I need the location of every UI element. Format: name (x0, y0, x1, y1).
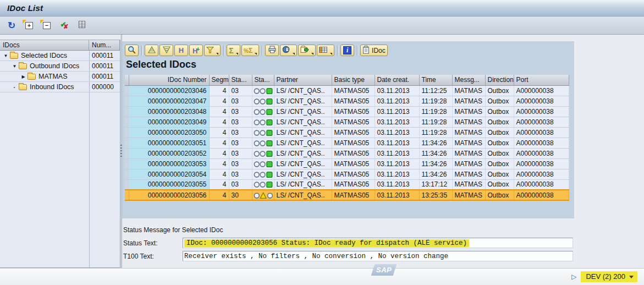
cell-basic-type[interactable]: MATMAS05 (332, 117, 375, 127)
cell-time[interactable]: 13:25:35 (419, 190, 452, 200)
cell-status-light[interactable] (252, 169, 274, 179)
dropdown-arrow-icon[interactable] (236, 53, 238, 55)
subtotals-button[interactable]: %Σ (241, 45, 259, 56)
cell-status-light[interactable] (252, 127, 274, 138)
column-header-sta[interactable]: Sta... (252, 75, 274, 85)
idoc-row[interactable]: 0000000000203052403LS/ /CNT_QAS..MATMAS0… (125, 148, 569, 158)
cell-basic-type[interactable]: MATMAS05 (332, 158, 375, 169)
cell-port[interactable]: A000000038 (514, 190, 569, 200)
cell-status[interactable]: 03 (229, 85, 252, 96)
cell-time[interactable]: 11:34:26 (419, 138, 452, 148)
cell-basic-type[interactable]: MATMAS05 (332, 127, 375, 138)
cell-port[interactable]: A000000038 (514, 117, 569, 127)
table-view-button[interactable] (75, 19, 89, 32)
cell-port[interactable]: A000000038 (514, 96, 569, 106)
cell-direction[interactable]: Outbox (485, 106, 514, 117)
cell-segments[interactable]: 4 (209, 148, 229, 158)
cell-basic-type[interactable]: MATMAS05 (332, 138, 375, 148)
t100-text-field[interactable]: Receiver exists , No filters , No conver… (183, 251, 573, 261)
cell-status[interactable]: 30 (229, 190, 252, 200)
cell-idoc-number[interactable]: 0000000000203053 (129, 158, 209, 169)
cell-status[interactable]: 03 (229, 96, 252, 106)
cell-basic-type[interactable]: MATMAS05 (332, 106, 375, 117)
cell-message-type[interactable]: MATMAS (452, 96, 485, 106)
dropdown-arrow-icon[interactable] (255, 53, 257, 55)
cell-idoc-number[interactable]: 0000000000203052 (129, 148, 209, 158)
column-header-messg[interactable]: Messg... (452, 75, 485, 85)
find-next-button[interactable]: H+ (189, 45, 203, 56)
cell-partner[interactable]: LS/ /CNT_QAS.. (274, 138, 332, 148)
row-selector-cell[interactable] (125, 169, 129, 179)
column-header-segm[interactable]: Segm... (209, 75, 229, 85)
cell-basic-type[interactable]: MATMAS05 (332, 190, 375, 200)
cell-port[interactable]: A000000038 (514, 148, 569, 158)
cell-date-created[interactable]: 03.11.2013 (375, 158, 419, 169)
cell-idoc-number[interactable]: 0000000000203049 (129, 117, 209, 127)
cell-message-type[interactable]: MATMAS (452, 106, 485, 117)
cell-message-type[interactable]: MATMAS (452, 169, 485, 179)
refresh-button[interactable]: ↻ (5, 19, 18, 32)
cell-segments[interactable]: 4 (209, 117, 229, 127)
cell-segments[interactable]: 4 (209, 138, 229, 148)
cell-port[interactable]: A000000038 (514, 158, 569, 169)
row-selector-cell[interactable] (125, 127, 129, 138)
cell-status[interactable]: 03 (229, 127, 252, 138)
row-selector-cell[interactable] (125, 85, 129, 96)
tree-column-number[interactable]: Num... (89, 40, 120, 51)
column-header-basic-type[interactable]: Basic type (332, 75, 375, 85)
collapse-all-button[interactable]: − (40, 19, 53, 32)
idoc-row[interactable]: 0000000000203053403LS/ /CNT_QAS..MATMAS0… (125, 158, 569, 169)
cell-segments[interactable]: 4 (209, 190, 229, 200)
idoc-row[interactable]: 0000000000203049403LS/ /CNT_QAS..MATMAS0… (125, 117, 569, 127)
cell-status-light[interactable] (252, 85, 274, 96)
find-button[interactable]: H (174, 45, 188, 56)
idoc-row[interactable]: 0000000000203050403LS/ /CNT_QAS..MATMAS0… (125, 127, 569, 138)
cell-message-type[interactable]: MATMAS (452, 190, 485, 200)
cell-status[interactable]: 03 (229, 106, 252, 117)
cell-segments[interactable]: 4 (209, 106, 229, 117)
cell-time[interactable]: 11:34:26 (419, 158, 452, 169)
cell-segments[interactable]: 4 (209, 85, 229, 96)
cell-basic-type[interactable]: MATMAS05 (332, 148, 375, 158)
cell-date-created[interactable]: 03.11.2013 (375, 96, 419, 106)
cell-basic-type[interactable]: MATMAS05 (332, 169, 375, 179)
panel-splitter[interactable] (120, 35, 122, 268)
cell-status-light[interactable] (252, 190, 274, 200)
column-header-partner[interactable]: Partner (274, 75, 332, 85)
cell-idoc-number[interactable]: 0000000000203056 (129, 190, 209, 200)
cell-basic-type[interactable]: MATMAS05 (332, 85, 375, 96)
export-button[interactable] (298, 45, 316, 56)
cell-port[interactable]: A000000038 (514, 169, 569, 179)
cell-time[interactable]: 11:34:26 (419, 169, 452, 179)
cell-status[interactable]: 03 (229, 169, 252, 179)
collapsed-arrow-icon[interactable]: ▶ (20, 74, 27, 79)
cell-idoc-number[interactable]: 0000000000203050 (129, 127, 209, 138)
dropdown-arrow-icon[interactable] (330, 53, 332, 55)
cell-status-light[interactable] (252, 106, 274, 117)
status-text-field[interactable]: IDoc: 0000000000203056 Status: IDoc read… (183, 238, 573, 248)
set-filter-button[interactable] (204, 45, 221, 56)
tree-column-idocs[interactable]: IDocs (0, 40, 89, 51)
cell-partner[interactable]: LS/ /CNT_QAS.. (274, 117, 332, 127)
status-legend-button[interactable]: ✔✘ (58, 19, 71, 32)
cell-time[interactable]: 11:19:28 (419, 96, 452, 106)
cell-message-type[interactable]: MATMAS (452, 179, 485, 190)
choose-layout-button[interactable] (317, 45, 334, 56)
cell-status[interactable]: 03 (229, 117, 252, 127)
cell-idoc-number[interactable]: 0000000000203051 (129, 138, 209, 148)
cell-message-type[interactable]: MATMAS (452, 85, 485, 96)
cell-date-created[interactable]: 03.11.2013 (375, 85, 419, 96)
cell-date-created[interactable]: 03.11.2013 (375, 138, 419, 148)
cell-segments[interactable]: 4 (209, 179, 229, 190)
row-selector-cell[interactable] (125, 179, 129, 190)
idoc-row[interactable]: 0000000000203047403LS/ /CNT_QAS..MATMAS0… (125, 96, 569, 106)
cell-partner[interactable]: LS/ /CNT_QAS.. (274, 158, 332, 169)
sort-descending-button[interactable] (159, 45, 173, 56)
idoc-button[interactable]: IDoc (360, 45, 388, 56)
cell-date-created[interactable]: 03.11.2013 (375, 179, 419, 190)
cell-status[interactable]: 03 (229, 148, 252, 158)
leaf-bullet-icon[interactable]: · (11, 83, 18, 91)
cell-date-created[interactable]: 03.11.2013 (375, 127, 419, 138)
cell-status-light[interactable] (252, 158, 274, 169)
cell-status-light[interactable] (252, 179, 274, 190)
